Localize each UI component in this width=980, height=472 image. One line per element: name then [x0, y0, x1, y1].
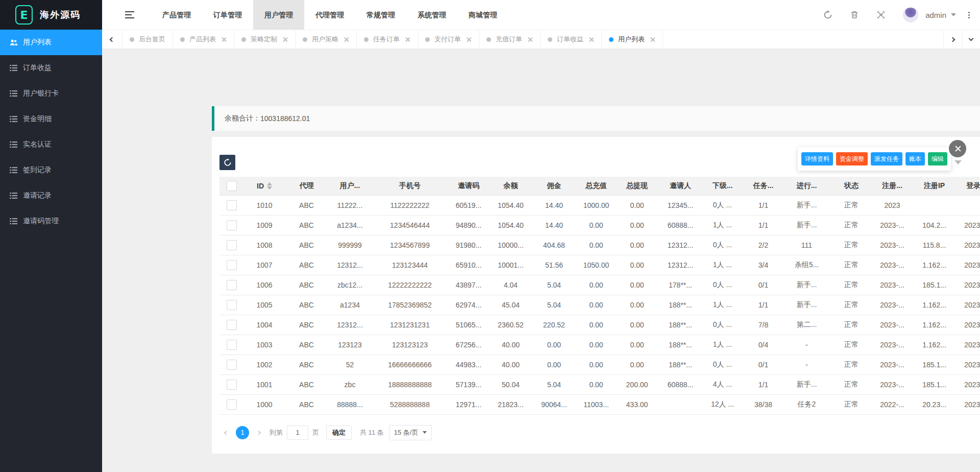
tab-payment-orders[interactable]: 支付订单 — [418, 30, 479, 49]
page-number-input[interactable] — [287, 426, 308, 440]
tab-close-icon[interactable] — [282, 37, 288, 42]
select-all-checkbox[interactable] — [227, 181, 237, 191]
table-cell: 3/4 — [742, 255, 785, 275]
sidebar-item-label: 资金明细 — [23, 114, 52, 124]
tab-status-dot — [609, 37, 614, 42]
table-cell: 14.40 — [532, 195, 576, 215]
popup-detail-button[interactable]: 详情资料 — [801, 152, 833, 166]
tab-recharge-orders[interactable]: 充值订单 — [479, 30, 541, 49]
row-checkbox[interactable] — [227, 340, 237, 350]
tab-user-strategy[interactable]: 用户策略 — [296, 30, 357, 49]
tab-close-icon[interactable] — [344, 37, 349, 42]
table-cell: 新手... — [785, 374, 828, 394]
tabs-scroll-right-button[interactable] — [943, 30, 962, 49]
goto-page-label: 到第 — [270, 428, 283, 437]
sort-icon[interactable] — [267, 182, 272, 190]
tab-close-icon[interactable] — [527, 37, 533, 42]
prev-page-button[interactable] — [219, 426, 233, 439]
tab-dashboard[interactable]: 后台首页 — [122, 30, 173, 49]
sidebar-item-realname-auth[interactable]: 实名认证 — [0, 132, 102, 157]
row-checkbox[interactable] — [227, 399, 237, 410]
sidebar-item-invite-code-management[interactable]: 邀请码管理 — [0, 208, 102, 234]
table-cell: 5.04 — [532, 275, 576, 295]
tab-product-list[interactable]: 产品列表 — [173, 30, 234, 49]
column-header-register-ip: 注册IP — [910, 177, 959, 195]
tab-close-icon[interactable] — [221, 37, 227, 42]
sidebar-item-checkin-records[interactable]: 签到记录 — [0, 157, 102, 183]
row-checkbox[interactable] — [227, 220, 237, 230]
popup-close-button[interactable] — [949, 140, 966, 157]
table-cell: 1054.40 — [489, 215, 532, 235]
confirm-page-button[interactable]: 确定 — [326, 426, 352, 440]
row-checkbox-cell — [219, 315, 244, 335]
user-menu-caret-icon[interactable] — [951, 13, 956, 16]
tab-close-icon[interactable] — [466, 37, 472, 42]
table-cell: - — [785, 355, 828, 374]
trash-icon[interactable] — [850, 10, 859, 19]
popup-ledger-button[interactable]: 账本 — [905, 152, 925, 166]
sidebar-item-order-earnings[interactable]: 订单收益 — [0, 55, 102, 81]
tab-close-icon[interactable] — [405, 37, 410, 42]
more-menu-icon[interactable] — [968, 14, 970, 16]
sidebar-item-invite-records[interactable]: 邀请记录 — [0, 183, 102, 208]
nav-order-management[interactable]: 订单管理 — [202, 0, 253, 30]
table-cell: 10001... — [489, 255, 532, 275]
user-table: ID 代理 用户... 手机号 邀请码 余额 佣金 总充值 总提现 邀请人 下级… — [219, 177, 980, 415]
popup-dispatch-task-button[interactable]: 派发任务 — [871, 152, 902, 166]
refresh-icon[interactable] — [823, 10, 832, 19]
table-cell: 11222... — [328, 195, 372, 215]
row-checkbox[interactable] — [227, 260, 237, 270]
table-cell: 185.1... — [910, 355, 959, 374]
row-checkbox[interactable] — [227, 380, 237, 390]
table-cell: 1/1 — [742, 374, 785, 394]
page-size-select[interactable]: 15 条/页 — [389, 425, 432, 440]
column-header-commission: 佣金 — [532, 177, 576, 195]
nav-agent-management[interactable]: 代理管理 — [304, 0, 355, 30]
table-row: 1009ABCa1234...123454644494890...1054.40… — [219, 215, 980, 235]
table-cell: 正常 — [828, 275, 874, 295]
sidebar-item-fund-details[interactable]: 资金明细 — [0, 106, 102, 132]
nav-user-management[interactable]: 用户管理 — [253, 0, 304, 30]
column-header-id[interactable]: ID — [244, 177, 285, 195]
nav-mall-management[interactable]: 商城管理 — [457, 0, 508, 30]
popup-dropdown-arrow[interactable] — [954, 160, 962, 164]
username[interactable]: admin — [925, 11, 946, 19]
tab-strategy-custom[interactable]: 策略定制 — [234, 30, 296, 49]
tabs-menu-button[interactable] — [962, 30, 980, 49]
tabs-scroll-left-button[interactable] — [102, 30, 122, 49]
fullscreen-icon[interactable] — [876, 10, 886, 19]
current-page-button[interactable]: 1 — [236, 426, 249, 439]
nav-general-management[interactable]: 常规管理 — [355, 0, 406, 30]
popup-edit-button[interactable]: 编辑 — [928, 152, 947, 166]
sidebar-item-user-list[interactable]: 用户列表 — [0, 30, 102, 55]
table-cell: 65910... — [448, 255, 489, 275]
table-cell: 185.1... — [910, 374, 959, 394]
nav-system-management[interactable]: 系统管理 — [406, 0, 457, 30]
tab-close-icon[interactable] — [589, 37, 594, 42]
table-cell: 1001 — [244, 374, 285, 394]
row-checkbox[interactable] — [227, 280, 237, 290]
tab-label: 支付订单 — [434, 35, 461, 44]
refresh-table-button[interactable] — [219, 155, 235, 170]
table-cell: 2023-... — [959, 315, 980, 335]
tab-order-earnings[interactable]: 订单收益 — [541, 30, 602, 49]
table-cell: 12312... — [657, 255, 703, 275]
row-checkbox[interactable] — [227, 300, 237, 310]
popup-fund-adjust-button[interactable]: 资金调整 — [836, 152, 868, 166]
tab-user-list[interactable]: 用户列表 — [602, 30, 663, 49]
row-checkbox[interactable] — [227, 360, 237, 370]
sidebar-item-user-bank-cards[interactable]: 用户银行卡 — [0, 81, 102, 106]
sidebar-item-label: 邀请记录 — [23, 191, 52, 200]
user-avatar[interactable] — [903, 7, 918, 22]
tab-task-orders[interactable]: 任务订单 — [357, 30, 418, 49]
header-checkbox-cell — [219, 177, 244, 195]
tab-close-icon[interactable] — [650, 37, 655, 42]
next-page-button[interactable] — [252, 426, 265, 439]
table-cell: 正常 — [828, 215, 874, 235]
row-checkbox[interactable] — [227, 320, 237, 330]
collapse-menu-icon[interactable] — [125, 11, 134, 18]
row-checkbox[interactable] — [227, 200, 237, 210]
table-cell: 5288888888 — [372, 394, 448, 414]
nav-product-management[interactable]: 产品管理 — [151, 0, 202, 30]
row-checkbox[interactable] — [227, 240, 237, 250]
